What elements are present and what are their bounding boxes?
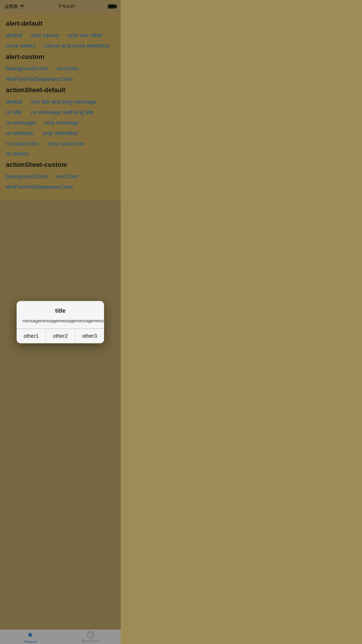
alert-overlay: title messagemessagemessagemessagemessag… xyxy=(0,0,121,215)
